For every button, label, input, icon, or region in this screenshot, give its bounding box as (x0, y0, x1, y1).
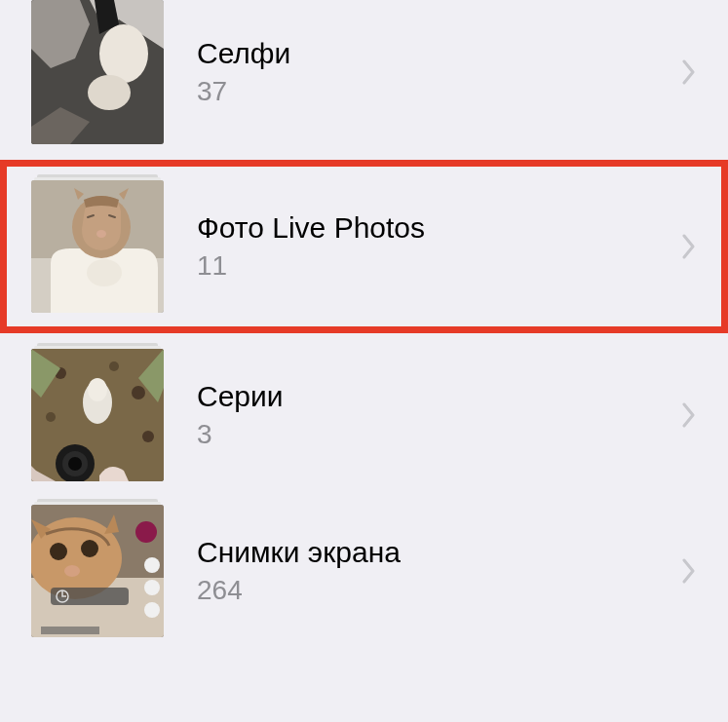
album-row-selfies[interactable]: Селфи 37 (0, 0, 728, 156)
album-row-bursts[interactable]: Серии 3 (0, 337, 728, 493)
album-thumbnail (31, 505, 164, 637)
svg-point-16 (88, 378, 107, 401)
album-row-live-photos[interactable]: Фото Live Photos 11 (0, 160, 728, 333)
svg-point-28 (135, 521, 157, 543)
album-count: 37 (197, 75, 679, 108)
svg-point-11 (109, 361, 119, 371)
chevron-right-icon (679, 399, 699, 431)
album-title: Снимки экрана (197, 535, 679, 570)
svg-rect-32 (41, 627, 99, 634)
album-title: Серии (197, 379, 679, 414)
album-thumbnail (31, 0, 164, 144)
album-info: Серии 3 (164, 379, 679, 451)
album-thumbnail (31, 180, 164, 313)
chevron-right-icon (679, 231, 699, 262)
svg-point-24 (81, 540, 98, 557)
svg-point-12 (132, 386, 145, 399)
album-count: 264 (197, 574, 679, 607)
svg-point-7 (96, 230, 106, 238)
svg-point-14 (142, 431, 154, 442)
svg-point-13 (46, 412, 56, 422)
svg-point-5 (87, 259, 122, 286)
svg-point-25 (64, 565, 80, 577)
album-count: 11 (197, 249, 679, 283)
album-info: Селфи 37 (164, 36, 679, 108)
svg-point-23 (50, 543, 67, 560)
album-count: 3 (197, 418, 679, 451)
album-title: Фото Live Photos (197, 210, 679, 246)
svg-point-30 (144, 580, 160, 595)
album-list: Селфи 37 (0, 0, 728, 649)
album-info: Снимки экрана 264 (164, 535, 679, 607)
album-row-screenshots[interactable]: Снимки экрана 264 (0, 493, 728, 649)
svg-point-1 (99, 24, 148, 83)
svg-point-19 (68, 457, 82, 471)
album-info: Фото Live Photos 11 (164, 210, 679, 283)
chevron-right-icon (679, 57, 699, 88)
svg-point-29 (144, 557, 160, 573)
chevron-right-icon (679, 555, 699, 587)
album-title: Селфи (197, 36, 679, 71)
svg-point-31 (144, 602, 160, 618)
album-thumbnail (31, 349, 164, 481)
svg-point-2 (88, 75, 131, 110)
